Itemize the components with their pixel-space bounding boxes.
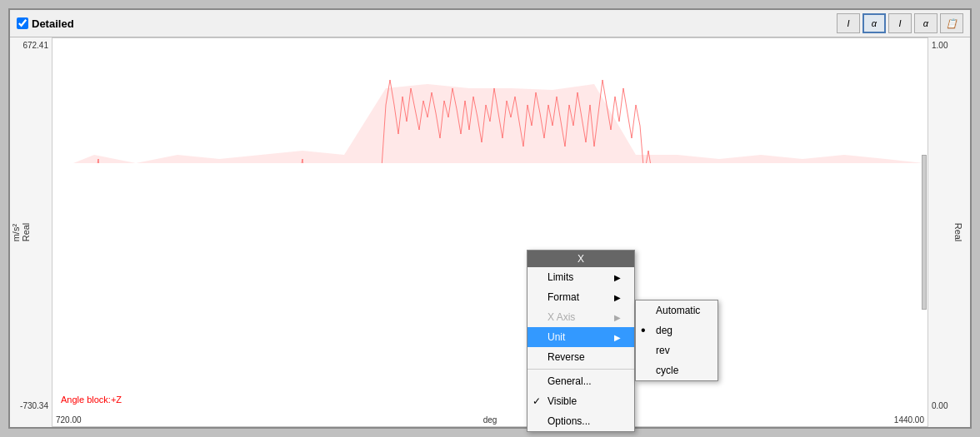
y-axis-right: 1.00 Real 0.00 bbox=[928, 37, 970, 427]
title-bar: Detailed I α I α 📋 bbox=[10, 10, 970, 37]
window-title: Detailed bbox=[32, 17, 74, 30]
sub-menu-item-rev[interactable]: rev bbox=[636, 340, 718, 360]
sub-menu-item-automatic[interactable]: Automatic bbox=[636, 300, 718, 320]
detailed-checkbox[interactable] bbox=[17, 17, 28, 29]
sub-menu-item-deg[interactable]: • deg bbox=[636, 320, 718, 340]
unit-sub-menu: Automatic • deg rev cycle bbox=[635, 300, 718, 381]
toolbar-buttons: I α I α 📋 bbox=[837, 13, 963, 33]
menu-item-xaxis: X Axis ▶ bbox=[528, 307, 634, 327]
chart-area: 672.41 m/s² Real -730.34 bbox=[10, 37, 970, 427]
y-min-left: -730.34 bbox=[20, 401, 48, 410]
x-axis-bottom: 720.00 deg 1440.00 bbox=[52, 415, 928, 425]
y-min-right: 0.00 bbox=[932, 401, 948, 410]
checkmark-icon: ✓ bbox=[532, 395, 541, 407]
context-menu: X Limits ▶ Format ▶ X Axis ▶ Unit ▶ bbox=[527, 250, 635, 432]
x-min: 720.00 bbox=[56, 415, 82, 425]
context-menu-container: X Limits ▶ Format ▶ X Axis ▶ Unit ▶ bbox=[527, 250, 635, 432]
right-scroll-indicator[interactable] bbox=[922, 155, 927, 310]
menu-item-format[interactable]: Format ▶ bbox=[528, 287, 634, 307]
sub-menu-item-cycle[interactable]: cycle bbox=[636, 360, 718, 380]
y-axis-left: 672.41 m/s² Real -730.34 bbox=[10, 37, 52, 427]
menu-item-unit[interactable]: Unit ▶ bbox=[528, 327, 634, 347]
detailed-checkbox-label[interactable]: Detailed bbox=[17, 17, 74, 30]
chart-annotation: Angle block:+Z bbox=[61, 395, 122, 405]
menu-item-limits[interactable]: Limits ▶ bbox=[528, 267, 634, 287]
main-window: Detailed I α I α 📋 672.41 m/s² Real -730… bbox=[8, 8, 972, 429]
arrow-icon: ▶ bbox=[614, 293, 621, 302]
y-max-right: 1.00 bbox=[932, 41, 948, 50]
arrow-icon: ▶ bbox=[614, 273, 621, 282]
toolbar-btn-italic[interactable]: I bbox=[837, 13, 860, 33]
context-menu-header: X bbox=[528, 251, 634, 267]
y-max-left: 672.41 bbox=[22, 41, 48, 50]
arrow-icon: ▶ bbox=[614, 333, 621, 342]
toolbar-btn-export[interactable]: 📋 bbox=[940, 13, 963, 33]
x-unit: deg bbox=[483, 415, 498, 425]
selected-dot-icon: • bbox=[641, 324, 646, 337]
menu-item-general[interactable]: General... bbox=[528, 371, 634, 391]
toolbar-btn-alpha-highlighted[interactable]: α bbox=[862, 13, 886, 33]
chart-plot: Angle block:+Z 720.00 deg 1440.00 bbox=[52, 37, 928, 427]
menu-separator bbox=[528, 369, 634, 370]
arrow-icon: ▶ bbox=[614, 313, 621, 322]
menu-item-reverse[interactable]: Reverse bbox=[528, 347, 634, 367]
y-unit-left: m/s² Real bbox=[11, 223, 31, 242]
menu-item-visible[interactable]: ✓ Visible bbox=[528, 391, 634, 411]
title-left: Detailed bbox=[17, 17, 74, 30]
toolbar-btn-alpha2[interactable]: α bbox=[914, 13, 938, 33]
chart-svg bbox=[52, 38, 928, 426]
toolbar-btn-italic2[interactable]: I bbox=[888, 13, 912, 33]
menu-item-options[interactable]: Options... bbox=[528, 411, 634, 431]
y-label-right: Real bbox=[954, 223, 964, 242]
x-max: 1440.00 bbox=[894, 415, 924, 425]
